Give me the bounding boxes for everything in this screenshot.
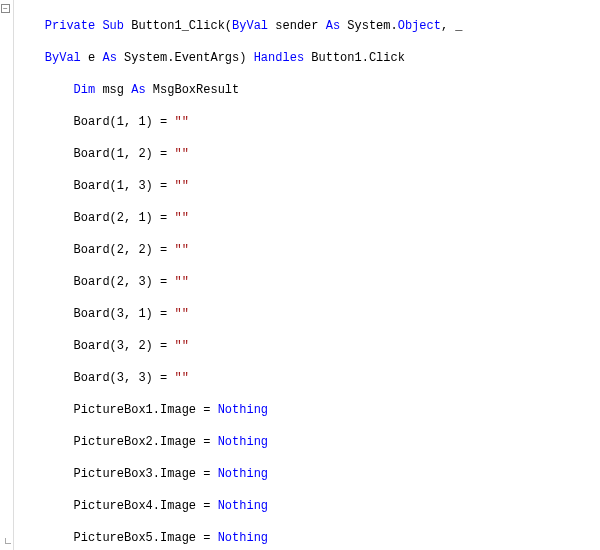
code-line: PictureBox4.Image = Nothing <box>16 498 600 514</box>
collapse-icon[interactable]: − <box>1 4 10 13</box>
code-line: ByVal e As System.EventArgs) Handles But… <box>16 50 600 66</box>
code-area: Private Sub Button1_Click(ByVal sender A… <box>14 0 600 550</box>
gutter: − <box>0 0 14 550</box>
code-line: Board(2, 1) = "" <box>16 210 600 226</box>
code-line: Board(3, 1) = "" <box>16 306 600 322</box>
code-line: Dim msg As MsgBoxResult <box>16 82 600 98</box>
code-line: Board(1, 1) = "" <box>16 114 600 130</box>
code-line: Private Sub Button1_Click(ByVal sender A… <box>16 18 600 34</box>
code-line: Board(2, 3) = "" <box>16 274 600 290</box>
code-line: Board(1, 2) = "" <box>16 146 600 162</box>
fold-end-marker <box>5 538 11 544</box>
code-line: PictureBox2.Image = Nothing <box>16 434 600 450</box>
code-line: Board(3, 2) = "" <box>16 338 600 354</box>
code-editor: − Private Sub Button1_Click(ByVal sender… <box>0 0 600 550</box>
code-line: Board(3, 3) = "" <box>16 370 600 386</box>
code-line: PictureBox1.Image = Nothing <box>16 402 600 418</box>
code-line: Board(1, 3) = "" <box>16 178 600 194</box>
code-line: PictureBox3.Image = Nothing <box>16 466 600 482</box>
code-line: PictureBox5.Image = Nothing <box>16 530 600 546</box>
code-line: Board(2, 2) = "" <box>16 242 600 258</box>
